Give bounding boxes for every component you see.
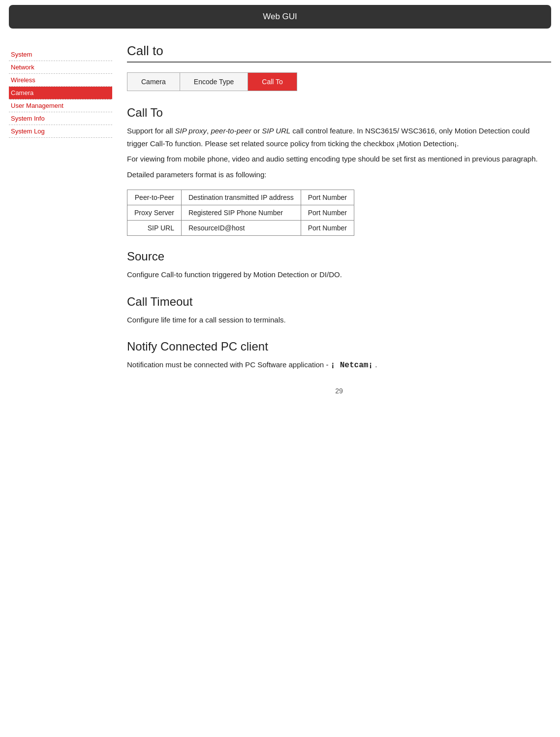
section-notify-pc: Notify Connected PC client Notification … [127,340,551,372]
table-cell-col2: Destination transmitted IP address [181,190,301,205]
section-call-to-para2: For viewing from mobile phone, video and… [127,153,551,165]
section-call-timeout: Call Timeout Configure life time for a c… [127,295,551,326]
section-source-heading: Source [127,250,551,263]
content-area: Call to Camera Encode Type Call To Call … [127,43,551,405]
sidebar-label-camera: Camera [11,89,33,96]
footer-page-number: 29 [127,387,551,405]
sidebar: System Network Wireless Camera User Mana… [9,48,112,405]
section-call-timeout-heading: Call Timeout [127,295,551,309]
tab-encode-type-label: Encode Type [194,78,234,86]
section-notify-pc-heading: Notify Connected PC client [127,340,551,353]
sidebar-item-system[interactable]: System [9,48,112,61]
section-call-to-para3: Detailed parameters format is as followi… [127,168,551,181]
tabs-row: Camera Encode Type Call To [127,72,297,91]
section-source-para1: Configure Call-to function triggered by … [127,268,551,281]
tab-camera-label: Camera [141,78,166,86]
table-row: SIP URL ResourceID@host Port Number [127,221,354,236]
top-bar-title: Web GUI [9,5,551,29]
sidebar-label-system: System [11,51,32,58]
sidebar-item-network[interactable]: Network [9,61,112,74]
sidebar-label-user-management: User Management [11,102,63,109]
tab-call-to-label: Call To [262,78,283,86]
page-title: Call to [127,43,551,63]
table-cell-col1: Peer-to-Peer [127,190,182,205]
sidebar-item-wireless[interactable]: Wireless [9,74,112,87]
sidebar-label-wireless: Wireless [11,76,35,84]
section-notify-pc-para1: Notification must be connected with PC S… [127,358,551,372]
sidebar-label-system-log: System Log [11,128,45,135]
sidebar-item-system-info[interactable]: System Info [9,112,112,125]
section-call-to-para1: Support for all SIP proxy, peer-to-peer … [127,125,551,150]
table-cell-col2: Registered SIP Phone Number [181,205,301,221]
netcam-label: ¡ Netcam¡ [331,361,373,370]
table-cell-col1: Proxy Server [127,205,182,221]
call-to-table: Peer-to-Peer Destination transmitted IP … [127,190,354,236]
sidebar-item-camera[interactable]: Camera [9,87,112,99]
tab-encode-type[interactable]: Encode Type [180,73,248,91]
table-cell-col3: Port Number [301,221,354,236]
section-call-to-heading: Call To [127,106,551,120]
table-cell-col1: SIP URL [127,221,182,236]
section-call-to: Call To Support for all SIP proxy, peer-… [127,106,551,236]
sidebar-label-system-info: System Info [11,115,45,122]
tab-camera[interactable]: Camera [127,73,180,91]
table-cell-col2: ResourceID@host [181,221,301,236]
sidebar-item-system-log[interactable]: System Log [9,125,112,138]
tab-call-to[interactable]: Call To [248,73,297,91]
section-source: Source Configure Call-to function trigge… [127,250,551,281]
sidebar-label-network: Network [11,64,34,71]
table-row: Peer-to-Peer Destination transmitted IP … [127,190,354,205]
table-cell-col3: Port Number [301,205,354,221]
section-call-timeout-para1: Configure life time for a call session t… [127,314,551,326]
table-cell-col3: Port Number [301,190,354,205]
table-row: Proxy Server Registered SIP Phone Number… [127,205,354,221]
sidebar-item-user-management[interactable]: User Management [9,99,112,112]
